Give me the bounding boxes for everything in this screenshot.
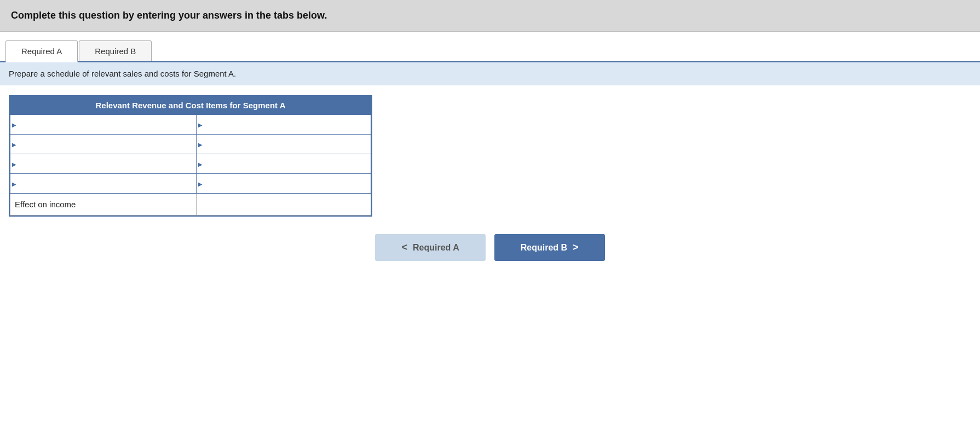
label-input-1[interactable]: [18, 120, 194, 129]
effect-row: Effect on income: [10, 194, 371, 215]
tab-required-b[interactable]: Required B: [79, 40, 152, 61]
tab-required-a[interactable]: Required A: [5, 40, 78, 62]
instruction-bar: Prepare a schedule of relevant sales and…: [0, 62, 980, 85]
header-instruction: Complete this question by entering your …: [11, 10, 327, 21]
label-cell-1[interactable]: [10, 115, 197, 135]
header-banner: Complete this question by entering your …: [0, 0, 980, 32]
data-table: Effect on income: [10, 114, 371, 215]
value-cell-1[interactable]: [196, 115, 371, 135]
instruction-text: Prepare a schedule of relevant sales and…: [9, 69, 236, 78]
content-area: Relevant Revenue and Cost Items for Segm…: [0, 85, 980, 287]
label-input-3[interactable]: [18, 160, 194, 168]
next-button-label: Required B: [521, 243, 567, 253]
label-input-2[interactable]: [18, 140, 194, 149]
label-cell-3[interactable]: [10, 154, 197, 174]
next-arrow-icon: >: [573, 242, 579, 253]
effect-value-cell[interactable]: [196, 194, 371, 215]
table-row: [10, 174, 371, 194]
value-cell-2[interactable]: [196, 135, 371, 154]
label-input-4[interactable]: [18, 179, 194, 188]
value-cell-3[interactable]: [196, 154, 371, 174]
value-cell-4[interactable]: [196, 174, 371, 194]
table-title: Relevant Revenue and Cost Items for Segm…: [10, 96, 371, 114]
table-row: [10, 154, 371, 174]
prev-button-label: Required A: [413, 243, 459, 253]
table-wrapper: Relevant Revenue and Cost Items for Segm…: [9, 95, 372, 217]
table-row: [10, 115, 371, 135]
nav-buttons: < Required A Required B >: [9, 234, 971, 277]
effect-label: Effect on income: [10, 194, 197, 215]
value-input-3[interactable]: [204, 160, 368, 168]
value-input-4[interactable]: [204, 179, 368, 188]
effect-value-input[interactable]: [204, 200, 368, 209]
next-button[interactable]: Required B >: [494, 234, 605, 261]
label-cell-2[interactable]: [10, 135, 197, 154]
table-row: [10, 135, 371, 154]
label-cell-4[interactable]: [10, 174, 197, 194]
tabs-container: Required A Required B: [0, 32, 980, 62]
prev-button[interactable]: < Required A: [375, 234, 485, 261]
value-input-2[interactable]: [204, 140, 368, 149]
value-input-1[interactable]: [204, 120, 368, 129]
prev-arrow-icon: <: [401, 242, 407, 253]
